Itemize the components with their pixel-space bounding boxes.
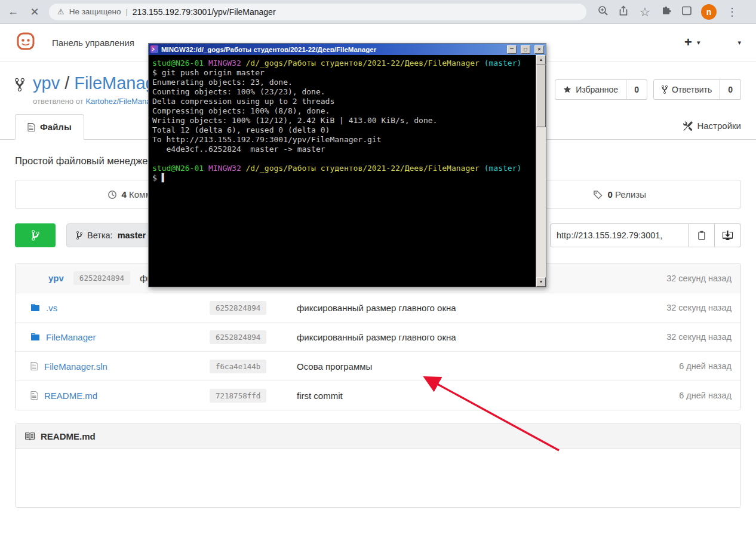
repo-forked-icon [15,77,24,106]
file-icon [30,361,38,371]
star-button-group: Избранное 0 [555,79,647,100]
share-icon[interactable] [617,5,629,19]
file-link[interactable]: FileManager [46,332,96,342]
repo-title-slash: / [64,73,69,93]
readme-header: README.md [16,424,740,449]
star-button[interactable]: Избранное [555,79,626,100]
commit-message: first commit [287,391,679,401]
fork-button[interactable]: Ответвить [653,79,720,100]
terminal-app-icon [150,45,158,53]
terminal-titlebar[interactable]: MINGW32:/d/_gogs/Работы студентов/2021-2… [149,44,546,55]
fork-button-group: Ответвить 0 [653,79,741,100]
side-panel-icon[interactable] [681,5,693,19]
url-text: 213.155.192.79:3001/ypv/FileManager [133,7,276,17]
commit-age: 32 секунд назад [666,332,732,342]
fork-count[interactable]: 0 [720,79,741,100]
terminal-title: MINGW32:/d/_gogs/Работы студентов/2021-2… [161,46,503,53]
tab-settings-label: Настройки [697,121,741,131]
site-warning-icon[interactable]: ⚠ [57,7,64,16]
browser-menu-kebab-icon[interactable]: ⋮ [725,5,739,19]
releases-count: 0 [607,189,612,200]
releases-label: Релизы [615,189,646,200]
folder-icon [30,303,40,312]
file-link[interactable]: .vs [46,303,57,313]
readme-content [16,449,740,507]
back-icon[interactable]: ← [6,5,20,18]
star-button-label: Избранное [576,85,618,94]
extensions-puzzle-icon[interactable] [660,5,672,19]
readme-title: README.md [41,431,96,441]
close-button[interactable]: ✕ [534,45,544,54]
commit-sha[interactable]: 7218758ffd [210,389,266,403]
zoom-icon[interactable] [597,5,609,19]
latest-commit-sha[interactable]: 6252824894 [73,271,130,285]
table-row: README.md 7218758ffd first commit 6 дней… [16,380,740,410]
terminal-output[interactable]: stud@N26-01 MINGW32 /d/_gogs/Работы студ… [149,55,536,287]
commit-message: фиксированный размер главного окна [287,332,666,342]
download-button[interactable] [715,223,741,247]
tab-files[interactable]: Файлы [15,114,84,140]
file-link[interactable]: README.md [44,391,97,401]
nav-dashboard-link[interactable]: Панель управления [52,38,134,48]
latest-commit-author[interactable]: ypv [48,273,64,283]
bookmark-star-icon[interactable]: ☆ [638,5,652,19]
book-icon [24,431,35,441]
table-row: .vs 6252824894 фиксированный размер глав… [16,293,740,322]
browser-action-icons: ☆ n ⋮ [597,4,739,20]
scrollbar-track[interactable] [536,127,546,277]
url-separator: | [125,7,127,16]
stop-icon[interactable]: ✕ [27,5,42,19]
file-icon [30,391,38,400]
file-link[interactable]: FileManager.sln [44,361,107,372]
latest-commit-age: 32 секунд назад [666,274,732,283]
commit-message: фиксированный размер главного окна [287,303,666,313]
scroll-up-button[interactable]: ▲ [536,55,546,65]
repo-owner-link[interactable]: ypv [33,73,60,93]
address-bar[interactable]: ⚠ Не защищено | 213.155.192.79:3001/ypv/… [49,4,586,20]
branch-name: master [118,231,146,240]
security-label: Не защищено [69,7,121,16]
commit-sha[interactable]: 6252824894 [210,301,266,315]
branch-label: Ветка: [87,231,113,240]
star-count[interactable]: 0 [626,79,647,100]
terminal-window: MINGW32:/d/_gogs/Работы студентов/2021-2… [148,43,546,287]
maximize-button[interactable]: □ [521,45,530,54]
forked-prefix-text: ответвлено от [33,97,84,106]
commit-age: 6 дней назад [679,391,732,400]
copy-url-button[interactable] [689,223,715,247]
scrollbar-thumb[interactable] [536,65,546,127]
commit-sha[interactable]: f6ca4e144b [210,360,266,373]
commit-age: 6 дней назад [679,361,732,371]
commit-age: 32 секунд назад [666,303,732,312]
tab-files-label: Файлы [40,122,72,132]
terminal-scrollbar[interactable]: ▲ ▼ [536,55,546,287]
browser-toolbar: ← ✕ ⚠ Не защищено | 213.155.192.79:3001/… [0,0,756,24]
table-row: FileManager.sln f6ca4e144b Осова програм… [16,351,740,380]
new-repo-plus-icon[interactable]: + [684,35,692,50]
folder-icon [30,332,40,342]
compare-branch-button[interactable] [15,223,56,247]
gogs-logo[interactable] [15,30,36,54]
clone-url-input[interactable] [550,223,689,247]
table-row: FileManager 6252824894 фиксированный раз… [16,322,740,351]
user-menu-caret-icon[interactable]: ▾ [737,39,741,47]
scroll-down-button[interactable]: ▼ [536,277,546,287]
tab-settings[interactable]: Настройки [683,121,741,139]
commit-message: Осова программы [287,361,679,372]
new-repo-caret-icon[interactable]: ▾ [697,39,700,47]
browser-profile-avatar[interactable]: n [701,4,717,20]
clone-url-group [550,223,741,247]
minimize-button[interactable]: ─ [507,45,517,54]
fork-button-label: Ответвить [672,85,712,94]
readme-panel: README.md [15,423,741,508]
commit-sha[interactable]: 6252824894 [210,330,266,344]
commits-count: 4 [122,189,127,200]
